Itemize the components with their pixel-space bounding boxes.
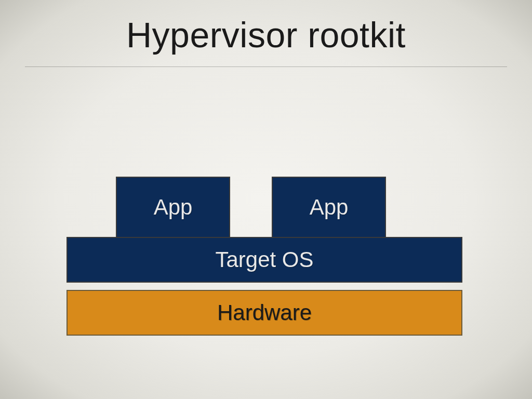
target-os-label: Target OS [215,247,313,272]
architecture-diagram: App App Target OS Hardware [66,177,462,336]
slide: Hypervisor rootkit App App Target OS Har… [0,0,532,399]
title-divider [25,66,507,67]
slide-title: Hypervisor rootkit [0,15,532,55]
apps-row: App App [66,177,462,238]
hardware-label: Hardware [217,300,312,325]
app-box-left: App [116,177,230,238]
slide-title-text: Hypervisor rootkit [126,15,406,55]
hardware-box: Hardware [66,290,462,336]
app-left-label: App [154,195,193,220]
app-box-right: App [272,177,386,238]
app-right-label: App [310,195,349,220]
target-os-box: Target OS [66,237,462,283]
